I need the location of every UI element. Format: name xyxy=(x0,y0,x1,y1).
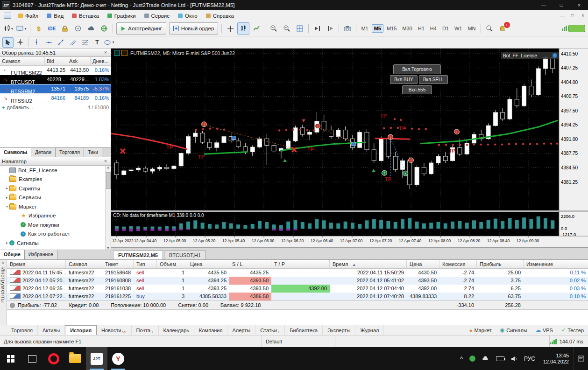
history-column-header[interactable]: Прибыль xyxy=(477,260,524,268)
mw-column-header[interactable]: Ask xyxy=(67,57,91,65)
ide-button[interactable]: IDE xyxy=(46,22,58,35)
trendline-tool-button[interactable] xyxy=(55,37,66,48)
history-column-header[interactable]: Символ xyxy=(66,260,102,268)
mw-tab-Детали[interactable]: Детали xyxy=(31,148,56,157)
taskbar-clock[interactable]: 13:45 12.04.2022 xyxy=(543,353,569,365)
service-tab-Сигналы[interactable]: ◉Сигналы xyxy=(496,325,531,335)
history-column-header[interactable]: Цена xyxy=(407,260,439,268)
history-column-header[interactable]: Время xyxy=(7,260,66,268)
algo-trading-button[interactable]: Алготрейдинг xyxy=(116,22,166,35)
toolbox-tab-Почта[interactable]: Почта7 xyxy=(132,325,159,335)
chart-type-dropdown[interactable]: ▾ xyxy=(2,22,14,35)
candles-mode-button[interactable] xyxy=(237,22,249,35)
timeframe-M1[interactable]: M1 xyxy=(359,24,370,33)
history-column-header[interactable]: Изменение xyxy=(524,260,588,268)
chart-region[interactable]: 4410.504407.254404.004400.754397.504394.… xyxy=(111,49,588,247)
bot-enable-trading-button[interactable]: Вкл.Торговлю xyxy=(393,64,441,74)
screenshot-button[interactable] xyxy=(341,22,354,35)
expand-icon[interactable]: ▸ xyxy=(5,241,9,245)
profiles-dropdown[interactable]: ▾ xyxy=(15,22,28,35)
lock-button[interactable] xyxy=(59,22,71,35)
antivirus-tray-icon[interactable] xyxy=(469,356,475,362)
chart-tab[interactable]: BTCUSDT,H1 xyxy=(164,251,206,259)
taskbar-explorer-button[interactable] xyxy=(64,347,86,370)
minimize-button[interactable]: — xyxy=(535,0,553,10)
market-watch-header[interactable]: Обзор рынка: 10:45:51 × xyxy=(0,49,111,57)
search-button[interactable] xyxy=(483,22,496,35)
history-column-header[interactable]: Тикет xyxy=(102,260,134,268)
language-indicator[interactable]: РУС xyxy=(524,356,535,362)
navigator-item[interactable]: ▸•Сигналы xyxy=(0,238,111,248)
add-symbol-row[interactable]: + добавить... 4 / 61080 xyxy=(0,103,111,112)
history-column-header[interactable]: Цена xyxy=(187,260,229,268)
navigator-item[interactable]: ▸Сервисы xyxy=(0,193,111,202)
autoscroll-button[interactable] xyxy=(311,22,323,35)
service-tab-VPS[interactable]: ☁VPS xyxy=(531,325,557,335)
navigator-scrollbar[interactable]: ▲▼ xyxy=(105,166,111,250)
history-row[interactable]: 2022.04.12 05:20...futmesm22219160808sel… xyxy=(7,277,588,285)
market-watch-row[interactable]: ↘BTCUSDT 40228... 40229... 1.83% xyxy=(0,75,111,84)
tray-expand-chevron[interactable]: ^ xyxy=(460,356,463,362)
vertical-line-tool-button[interactable] xyxy=(31,37,42,48)
history-column-header[interactable]: Комиссия xyxy=(439,260,477,268)
zoom-out-button[interactable] xyxy=(281,22,293,35)
mdi-minimize-icon[interactable]: — xyxy=(557,13,567,18)
menu-2[interactable]: Вставка xyxy=(68,10,103,21)
history-row[interactable]: 2022.04.12 06:35...futmesm22219161038sel… xyxy=(7,285,588,293)
market-watch-row[interactable]: ↘RTSSiU2 84166 84189 0.16% xyxy=(0,94,111,103)
toolbox-tab-Библиотека[interactable]: Библиотека xyxy=(285,325,323,335)
zoom-in-button[interactable] xyxy=(268,22,280,35)
timeframe-M5[interactable]: M5 xyxy=(372,24,383,33)
mw-column-header[interactable]: Днев... xyxy=(91,57,111,65)
toolbox-tab-Компания[interactable]: Компания xyxy=(194,325,227,335)
cursor-tool-button[interactable] xyxy=(2,37,14,48)
market-watch-close-icon[interactable]: × xyxy=(102,50,109,55)
mdi-close-icon[interactable]: × xyxy=(578,13,588,18)
history-column-header[interactable]: S / L xyxy=(229,260,271,268)
mw-column-header[interactable]: Bid xyxy=(45,57,67,65)
fibo-tool-button[interactable] xyxy=(79,37,91,48)
new-order-button[interactable]: Новый ордер xyxy=(169,22,219,35)
toolbox-tab-Статьи[interactable]: Статьи1 xyxy=(255,325,285,335)
menu-3[interactable]: Графики xyxy=(103,10,140,21)
menu-5[interactable]: Окно xyxy=(174,10,202,21)
mw-tab-Торговля[interactable]: Торговля xyxy=(56,148,84,157)
chart-shift-button[interactable] xyxy=(324,22,336,35)
task-view-button[interactable] xyxy=(21,347,43,370)
status-profile[interactable]: Default xyxy=(266,339,282,344)
history-column-header[interactable]: Объем xyxy=(157,260,187,268)
community-button[interactable] xyxy=(98,22,110,35)
service-tab-Тестер[interactable]: ✓Тестер xyxy=(557,325,588,335)
timeframe-H1[interactable]: H1 xyxy=(416,24,427,33)
market-watch-row[interactable]: •FUTMESM22 4413.25 4413.50 0.16% xyxy=(0,66,111,75)
expand-icon[interactable]: ▸ xyxy=(5,186,9,190)
toolbox-tab-Активы[interactable]: Активы xyxy=(38,325,65,335)
market-watch-columns[interactable]: СимволBidAskДнев... xyxy=(0,57,111,66)
menu-1[interactable]: Вид xyxy=(43,10,68,21)
alerts-button[interactable]: 1 xyxy=(496,22,509,35)
battery-tray-icon[interactable] xyxy=(496,356,504,361)
taskbar-j2t-button[interactable]: J2T xyxy=(86,347,107,370)
navigator-item[interactable]: ★Избранное xyxy=(0,211,111,221)
timeframe-M15[interactable]: M15 xyxy=(384,24,399,33)
navigator-close-icon[interactable]: × xyxy=(102,159,109,164)
toolbox-tab-История[interactable]: История xyxy=(65,325,97,335)
cloud-button[interactable] xyxy=(85,22,97,35)
navigator-header[interactable]: Навигатор × xyxy=(0,157,111,166)
volume-tray-icon[interactable] xyxy=(511,356,517,362)
mdi-restore-icon[interactable]: □ xyxy=(567,13,578,18)
history-columns[interactable]: ВремяСимволТикетТипОбъемЦенаS / LT / PВр… xyxy=(7,260,588,269)
timeframe-H4[interactable]: H4 xyxy=(428,24,439,33)
one-click-trading-icon[interactable] xyxy=(121,50,128,56)
text-tool-button[interactable]: T xyxy=(92,37,103,48)
channel-tool-button[interactable] xyxy=(67,37,78,48)
onedrive-tray-icon[interactable] xyxy=(482,356,489,361)
price-chart[interactable]: 4410.504407.254404.004400.754397.504394.… xyxy=(111,49,588,247)
menu-0[interactable]: Файл xyxy=(14,10,43,21)
chart-tab[interactable]: FUTMESM22,M5 xyxy=(113,251,163,259)
taskbar-opera-button[interactable] xyxy=(43,347,64,370)
history-row[interactable]: 2022.04.11 15:45...futmesm22219158648sel… xyxy=(7,269,588,277)
timeframe-MN[interactable]: MN xyxy=(465,24,478,33)
crosshair-tool-button[interactable] xyxy=(14,37,26,48)
navigator-item[interactable]: ?Как это работает xyxy=(0,230,111,239)
